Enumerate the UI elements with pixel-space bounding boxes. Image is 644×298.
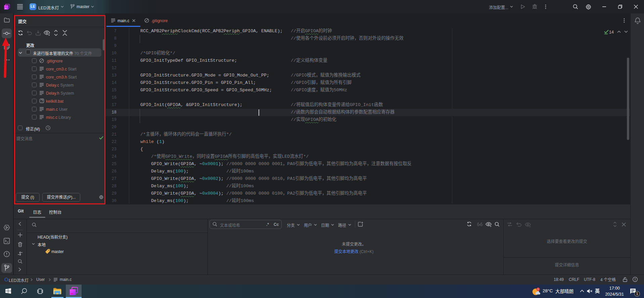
svg-text:1: 1 (636, 292, 638, 296)
svg-text:1: 1 (538, 288, 539, 291)
